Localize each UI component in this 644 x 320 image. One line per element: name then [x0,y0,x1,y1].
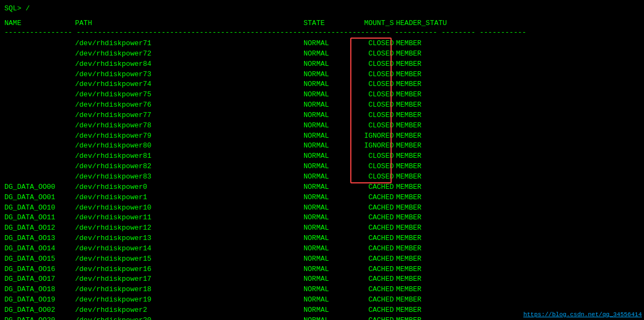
cell-mount: CLOSED [352,172,396,182]
cell-mount: CACHED [352,203,396,213]
cell-state: NORMAL [304,121,352,131]
cell-mount: CLOSED [352,70,396,80]
cell-state: NORMAL [304,59,352,70]
cell-mount: IGNORED [352,131,396,141]
cell-state: NORMAL [304,203,352,213]
cell-header-statu: MEMBER [396,233,450,244]
table-row: /dev/rhdiskpower78NORMALCLOSEDMEMBER [4,121,640,131]
cell-path: /dev/rhdiskpower71 [75,39,304,49]
cell-name: DG_DATA_OO15 [4,254,75,264]
cell-header-statu: MEMBER [396,162,450,172]
cell-mount: CACHED [352,244,396,254]
cell-mount: CLOSED [352,39,396,49]
table-row: /dev/rhdiskpower73NORMALCLOSEDMEMBER [4,70,640,80]
cell-header-statu: MEMBER [396,131,450,141]
cell-path: /dev/rhdiskpower10 [75,203,304,213]
table-row: /dev/rhdiskpower76NORMALCLOSEDMEMBER [4,100,640,110]
cell-mount: CLOSED [352,79,396,90]
table-row: /dev/rhdiskpower75NORMALCLOSEDMEMBER [4,90,640,100]
cell-name: DG_DATA_OO01 [4,193,75,203]
cell-header-statu: MEMBER [396,110,450,121]
cell-name [4,39,75,49]
cell-state: NORMAL [304,316,352,320]
cell-path: /dev/rhdiskpower13 [75,233,304,244]
cell-path: /dev/rhdiskpower0 [75,182,304,193]
cell-name [4,79,75,90]
cell-state: NORMAL [304,79,352,90]
table-row: /dev/rhdiskpower81NORMALCLOSEDMEMBER [4,151,640,162]
table-row: DG_DATA_OO13/dev/rhdiskpower13NORMALCACH… [4,233,640,244]
cell-mount: CACHED [352,213,396,223]
cell-mount: CLOSED [352,162,396,172]
cell-path: /dev/rhdiskpower79 [75,131,304,141]
cell-path: /dev/rhdiskpower77 [75,110,304,121]
cell-name: DG_DATA_OO12 [4,223,75,233]
cell-header-statu: MEMBER [396,121,450,131]
cell-name: DG_DATA_OO19 [4,295,75,305]
table-row: DG_DATA_OO00/dev/rhdiskpower0NORMALCACHE… [4,182,640,193]
cell-mount: CACHED [352,316,396,320]
cell-header-statu: MEMBER [396,172,450,182]
cell-header-statu: MEMBER [396,316,450,320]
cell-state: NORMAL [304,295,352,305]
table-row: /dev/rhdiskpower80NORMALIGNOREDMEMBER [4,141,640,151]
cell-mount: CACHED [352,305,396,316]
cell-header-statu: MEMBER [396,39,450,49]
cell-header-statu: MEMBER [396,254,450,264]
cell-path: /dev/rhdiskpower1 [75,193,304,203]
cell-state: NORMAL [304,141,352,151]
cell-header-statu: MEMBER [396,59,450,70]
table-row: /dev/rhdiskpower82NORMALCLOSEDMEMBER [4,162,640,172]
cell-mount: CACHED [352,223,396,233]
cell-name: DG_DATA_OO20 [4,316,75,320]
cell-name [4,70,75,80]
cell-state: NORMAL [304,213,352,223]
cell-path: /dev/rhdiskpower12 [75,223,304,233]
cell-state: NORMAL [304,305,352,316]
separator: ---------------- -----------------------… [4,28,640,36]
header-header-statu: HEADER_STATU [396,19,450,27]
table-row: DG_DATA_OO18/dev/rhdiskpower18NORMALCACH… [4,285,640,295]
cell-state: NORMAL [304,39,352,49]
cell-state: NORMAL [304,90,352,100]
cell-name [4,59,75,70]
cell-mount: CACHED [352,254,396,264]
cell-path: /dev/rhdiskpower2 [75,305,304,316]
table-row: DG_DATA_OO16/dev/rhdiskpower16NORMALCACH… [4,264,640,275]
watermark: https://blog.csdn.net/qq_34556414 [523,311,642,318]
cell-header-statu: MEMBER [396,285,450,295]
cell-mount: CLOSED [352,59,396,70]
cell-name [4,141,75,151]
table-row: DG_DATA_OO11/dev/rhdiskpower11NORMALCACH… [4,213,640,223]
cell-path: /dev/rhdiskpower20 [75,316,304,320]
cell-state: NORMAL [304,151,352,162]
terminal-output: SQL> / NAME PATH STATE MOUNT_S HEADER_ST… [4,4,640,320]
cell-state: NORMAL [304,49,352,59]
cell-path: /dev/rhdiskpower75 [75,90,304,100]
cell-state: NORMAL [304,274,352,285]
table-row: DG_DATA_OO12/dev/rhdiskpower12NORMALCACH… [4,223,640,233]
cell-name [4,49,75,59]
cell-path: /dev/rhdiskpower16 [75,264,304,275]
header-state: STATE [304,19,352,27]
cell-name: DG_DATA_OO17 [4,274,75,285]
cell-name: DG_DATA_OO13 [4,233,75,244]
cell-header-statu: MEMBER [396,193,450,203]
table-row: DG_DATA_OO10/dev/rhdiskpower10NORMALCACH… [4,203,640,213]
cell-state: NORMAL [304,233,352,244]
cell-name [4,151,75,162]
cell-path: /dev/rhdiskpower76 [75,100,304,110]
cell-state: NORMAL [304,100,352,110]
cell-mount: CLOSED [352,121,396,131]
cell-path: /dev/rhdiskpower19 [75,295,304,305]
cell-header-statu: MEMBER [396,151,450,162]
cell-mount: CACHED [352,285,396,295]
cell-path: /dev/rhdiskpower74 [75,79,304,90]
cell-name [4,162,75,172]
cell-name: DG_DATA_OO11 [4,213,75,223]
cell-name: DG_DATA_OO02 [4,305,75,316]
cell-header-statu: MEMBER [396,244,450,254]
cell-name [4,100,75,110]
table-row: DG_DATA_OO15/dev/rhdiskpower15NORMALCACH… [4,254,640,264]
cell-mount: CACHED [352,182,396,193]
